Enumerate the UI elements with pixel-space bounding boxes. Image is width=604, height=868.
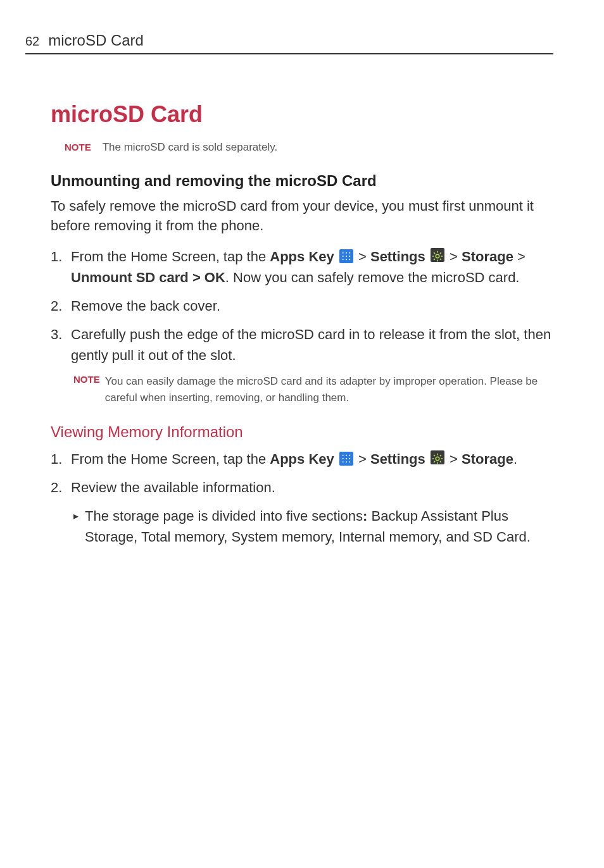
bullet-pre: The storage page is divided into five se… — [85, 508, 363, 524]
step-2: 2. Remove the back cover. — [51, 295, 553, 316]
apps-key-icon — [339, 249, 353, 263]
sep: > — [355, 249, 370, 264]
sep: > — [355, 451, 370, 467]
page-header: 62 microSD Card — [25, 32, 553, 54]
sep: > — [446, 249, 462, 264]
sep: > — [513, 249, 525, 264]
section2-heading: Viewing Memory Information — [51, 423, 553, 441]
sep: > — [446, 451, 462, 467]
svg-point-0 — [436, 255, 439, 259]
step-body: From the Home Screen, tap the Apps Key >… — [71, 449, 553, 469]
step-body: Review the available information. — [71, 477, 553, 498]
settings-icon — [431, 248, 444, 262]
note-text: The microSD card is sold separately. — [103, 139, 278, 156]
step-number: 1. — [51, 449, 65, 469]
step-number: 2. — [51, 477, 65, 498]
header-title: microSD Card — [48, 32, 144, 49]
bullet-body: The storage page is divided into five se… — [85, 505, 553, 547]
settings-label: Settings — [370, 451, 425, 467]
note-label: NOTE — [73, 373, 100, 406]
section1-heading: Unmounting and removing the microSD Card — [51, 172, 553, 190]
step-number: 2. — [51, 295, 65, 316]
settings-label: Settings — [370, 249, 425, 264]
settings-icon — [431, 450, 444, 464]
page-title: microSD Card — [51, 101, 553, 128]
step-1b: 1. From the Home Screen, tap the Apps Ke… — [51, 449, 553, 469]
step1-post: . Now you can safely remove the microSD … — [225, 270, 520, 285]
step1-pre: From the Home Screen, tap the — [71, 249, 270, 264]
note-text: You can easily damage the microSD card a… — [105, 373, 553, 406]
storage-label: Storage — [462, 249, 513, 264]
note-label: NOTE — [65, 139, 91, 156]
step-number: 1. — [51, 246, 65, 288]
step-body: Carefully push the edge of the microSD c… — [71, 324, 553, 366]
page-number: 62 — [25, 34, 39, 49]
note-inline: NOTE You can easily damage the microSD c… — [73, 373, 553, 406]
section1-intro: To safely remove the microSD card from y… — [51, 196, 553, 237]
apps-key-icon — [339, 452, 353, 466]
step-number: 3. — [51, 324, 65, 366]
bullet-marker-icon: ▸ — [73, 505, 79, 547]
bullet-storage-sections: ▸ The storage page is divided into five … — [73, 505, 553, 547]
step-body: From the Home Screen, tap the Apps Key >… — [71, 246, 553, 288]
step-3: 3. Carefully push the edge of the microS… — [51, 324, 553, 366]
svg-point-1 — [436, 457, 439, 461]
unmount-label: Unmount SD card > OK — [71, 270, 225, 285]
step1b-post: . — [513, 451, 517, 467]
note-top: NOTE The microSD card is sold separately… — [65, 139, 553, 156]
apps-key-label: Apps Key — [270, 451, 334, 467]
storage-label: Storage — [462, 451, 513, 467]
step-1: 1. From the Home Screen, tap the Apps Ke… — [51, 246, 553, 288]
step1b-pre: From the Home Screen, tap the — [71, 451, 270, 467]
apps-key-label: Apps Key — [270, 249, 334, 264]
step-body: Remove the back cover. — [71, 295, 553, 316]
step-2b: 2. Review the available information. — [51, 477, 553, 498]
